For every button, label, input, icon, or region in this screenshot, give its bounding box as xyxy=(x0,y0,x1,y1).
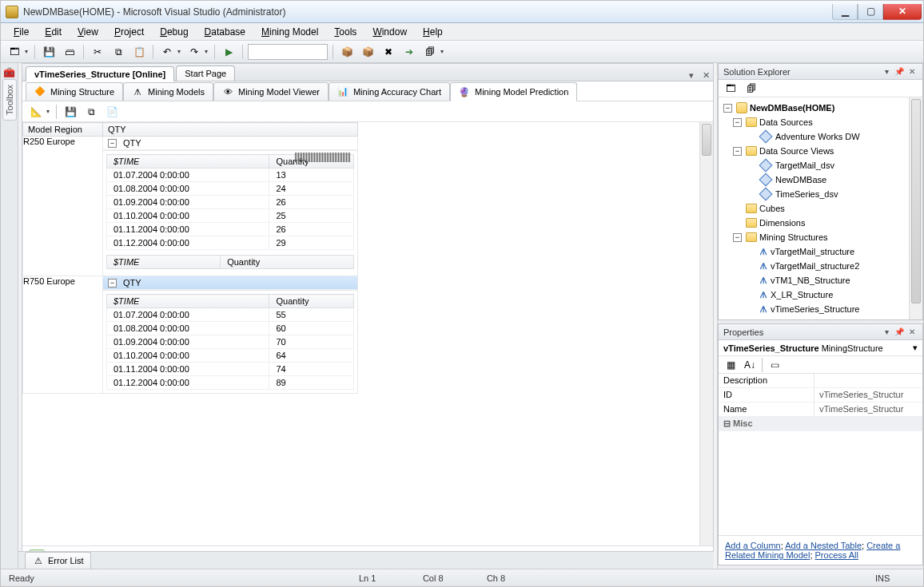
show-all-button[interactable]: 🗐 xyxy=(743,80,760,97)
table-row[interactable]: 01.11.2004 0:00:0074 xyxy=(107,363,354,376)
subtab-mining-structure[interactable]: 🔶Mining Structure xyxy=(26,82,123,101)
menu-help[interactable]: Help xyxy=(416,25,449,39)
quantity-header[interactable]: Quantity xyxy=(221,256,354,269)
singleton-button[interactable]: 📄 xyxy=(103,103,121,121)
tree-dsv[interactable]: −Data Source Views xyxy=(720,144,921,158)
tree-dsv-item[interactable]: TimeSeries_dsv xyxy=(720,187,921,201)
tree-dsv-item[interactable]: NewDMBase xyxy=(720,173,921,187)
toolbox-tab[interactable]: Toolbox xyxy=(2,79,17,121)
vertical-scrollbar[interactable] xyxy=(699,122,713,545)
redo-button[interactable]: ↷ xyxy=(185,43,203,61)
tree-ds-item[interactable]: Adventure Works DW xyxy=(720,129,921,144)
subtab-mining-models[interactable]: ⩚Mining Models xyxy=(123,82,213,101)
subtab-mining-model-viewer[interactable]: 👁Mining Model Viewer xyxy=(213,82,329,101)
tree-dsv-item[interactable]: TargetMail_dsv xyxy=(720,158,921,173)
table-row[interactable]: 01.12.2004 0:00:0089 xyxy=(107,376,354,390)
property-value[interactable]: vTimeSeries_Structur xyxy=(814,403,922,416)
paste-button[interactable]: 📋 xyxy=(130,43,148,61)
design-sql-dropdown[interactable]: ▾ xyxy=(45,108,51,115)
tree-expander-icon[interactable]: − xyxy=(723,104,732,113)
table-row[interactable]: 01.08.2004 0:00:0060 xyxy=(107,322,354,335)
column-header[interactable]: QTY xyxy=(103,123,358,137)
panel-dropdown-icon[interactable]: ▾ xyxy=(881,66,892,77)
tree-project[interactable]: −NewDMBase(HOME) xyxy=(720,101,921,115)
menu-file[interactable]: File xyxy=(7,25,35,39)
undo-button[interactable]: ↶ xyxy=(158,43,176,61)
tree-dimensions[interactable]: Dimensions xyxy=(720,216,921,230)
undo-dropdown[interactable]: ▾ xyxy=(176,48,182,55)
menu-edit[interactable]: Edit xyxy=(38,25,68,39)
tab-overflow-dropdown[interactable]: ▾ xyxy=(686,69,697,81)
panel-close-icon[interactable]: ✕ xyxy=(906,66,918,77)
menu-project[interactable]: Project xyxy=(108,25,150,39)
tree-mining-item[interactable]: ⩚vTM1_NB_Structure xyxy=(720,273,921,288)
process-all-link[interactable]: Process All xyxy=(815,550,858,560)
table-row[interactable]: 01.07.2004 0:00:0055 xyxy=(107,308,354,322)
qty-row[interactable]: −QTY xyxy=(103,137,357,150)
deploy1-button[interactable]: 📦 xyxy=(338,43,356,61)
menu-debug[interactable]: Debug xyxy=(153,25,194,39)
table-row[interactable]: 01.07.2004 0:00:0013 xyxy=(107,169,354,182)
time-header[interactable]: $TIME xyxy=(107,256,221,269)
property-row[interactable]: IDvTimeSeries_Structur xyxy=(719,388,922,403)
maximize-button[interactable] xyxy=(858,4,883,20)
property-row[interactable]: NamevTimeSeries_Structur xyxy=(719,403,922,417)
save-query-button[interactable]: 💾 xyxy=(62,103,79,121)
property-value[interactable]: vTimeSeries_Structur xyxy=(814,388,922,402)
design-sql-toggle[interactable]: 📐 xyxy=(27,103,45,121)
model-region-cell[interactable]: R250 Europe xyxy=(23,137,103,276)
new-project-dropdown[interactable]: ▾ xyxy=(23,48,30,55)
properties-object-selector[interactable]: vTimeSeries_Structure MiningStructure ▾ xyxy=(719,340,922,356)
tree-mining-item[interactable]: ⩚vTargetMail_structure xyxy=(720,244,921,259)
collapse-icon[interactable]: − xyxy=(108,279,117,288)
table-row[interactable]: 01.09.2004 0:00:0070 xyxy=(107,335,354,349)
tab-active-doc[interactable]: vTimeSeries_Structure [Online] xyxy=(26,66,174,81)
add-nested-table-link[interactable]: Add a Nested Table xyxy=(785,541,862,550)
quantity-header[interactable]: Quantity xyxy=(269,295,354,308)
property-row[interactable]: Description xyxy=(719,374,922,388)
menu-window[interactable]: Window xyxy=(366,25,413,39)
find-combo[interactable] xyxy=(248,44,328,60)
new-project-button[interactable]: 🗔 xyxy=(6,43,23,61)
tree-expander-icon[interactable]: − xyxy=(733,233,742,242)
table-row[interactable]: 01.11.2004 0:00:0026 xyxy=(107,223,354,236)
time-header[interactable]: $TIME xyxy=(107,155,269,169)
panel-pin-icon[interactable]: 📌 xyxy=(894,66,905,77)
subtab-mining-accuracy-chart[interactable]: 📊Mining Accuracy Chart xyxy=(329,82,450,101)
panel-pin-icon[interactable]: 📌 xyxy=(894,327,905,338)
copy-button[interactable]: ⧉ xyxy=(110,43,127,61)
tree-mining-item[interactable]: ⩚vTargetMail_structure2 xyxy=(720,259,921,273)
tree-mining-item[interactable]: ⩚vTimeSeries_Structure xyxy=(720,302,921,316)
browse-dropdown[interactable]: ▾ xyxy=(439,48,445,55)
save-all-button[interactable]: 🗃 xyxy=(61,43,78,61)
close-button[interactable] xyxy=(883,4,922,20)
menu-tools[interactable]: Tools xyxy=(328,25,363,39)
deploy2-button[interactable]: 📦 xyxy=(359,43,376,61)
column-header[interactable]: Model Region xyxy=(23,123,103,137)
tab-close-button[interactable]: ✕ xyxy=(700,69,711,81)
start-button[interactable]: ▶ xyxy=(220,43,237,61)
error-list-tab[interactable]: ⚠ Error List xyxy=(25,552,91,569)
table-row[interactable]: 01.09.2004 0:00:0026 xyxy=(107,196,354,209)
save-button[interactable]: 💾 xyxy=(40,43,58,61)
tree-expander-icon[interactable]: − xyxy=(733,118,742,127)
menu-view[interactable]: View xyxy=(71,25,105,39)
tree-data-sources[interactable]: −Data Sources xyxy=(720,115,921,129)
tree-scrollbar[interactable] xyxy=(909,97,922,319)
tree-expander-icon[interactable]: − xyxy=(733,147,742,156)
table-row[interactable]: 01.12.2004 0:00:0029 xyxy=(107,236,354,250)
property-category[interactable]: ⊟ Misc xyxy=(719,417,922,431)
panel-dropdown-icon[interactable]: ▾ xyxy=(881,327,892,338)
redo-dropdown[interactable]: ▾ xyxy=(203,48,209,55)
qty-row[interactable]: −QTY xyxy=(103,276,357,290)
table-row[interactable]: 01.10.2004 0:00:0064 xyxy=(107,349,354,363)
minimize-button[interactable] xyxy=(832,4,858,20)
tab-start-page[interactable]: Start Page xyxy=(176,65,235,81)
time-header[interactable]: $TIME xyxy=(107,295,269,308)
config-button[interactable]: ✖ xyxy=(380,43,397,61)
menu-database[interactable]: Database xyxy=(198,25,252,39)
tree-cubes[interactable]: Cubes xyxy=(720,201,921,216)
subtab-mining-model-prediction[interactable]: 🔮Mining Model Prediction xyxy=(450,82,577,101)
tree-mining-item[interactable]: ⩚X_LR_Structure xyxy=(720,288,921,302)
add-column-link[interactable]: Add a Column xyxy=(725,541,781,550)
